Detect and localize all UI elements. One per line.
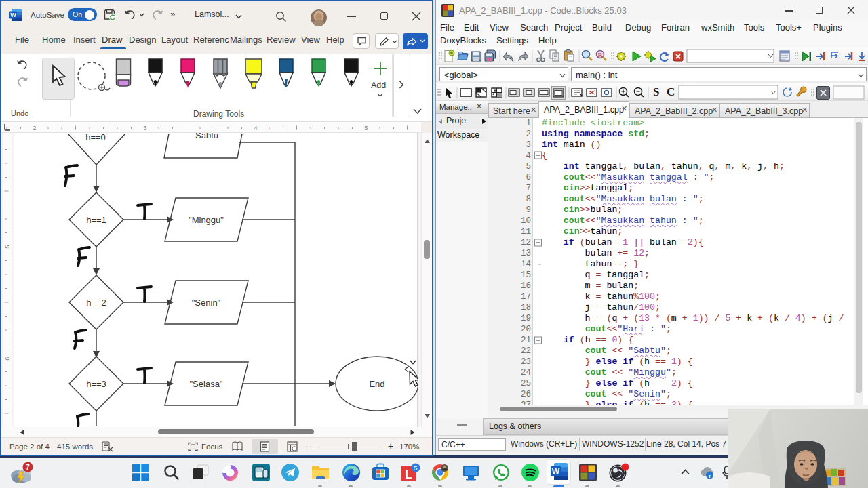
svg-text:5: 5 <box>3 245 11 248</box>
svg-text:h==0: h==0 <box>85 133 106 142</box>
svg-text:h==3: h==3 <box>86 379 106 389</box>
svg-text:4: 4 <box>254 124 257 131</box>
svg-text:Sabtu: Sabtu <box>195 133 218 140</box>
svg-text:End: End <box>369 379 384 389</box>
svg-text:5: 5 <box>414 464 417 472</box>
svg-text:"Selasa": "Selasa" <box>190 379 223 389</box>
svg-text:R: R <box>598 52 603 58</box>
svg-text:L: L <box>405 468 412 481</box>
svg-text:5: 5 <box>364 124 368 131</box>
svg-text:7: 7 <box>26 463 30 471</box>
svg-text:h==1: h==1 <box>86 215 106 225</box>
svg-text:6: 6 <box>3 357 11 360</box>
svg-text:C: C <box>667 85 675 98</box>
svg-text:S: S <box>653 85 659 98</box>
svg-text:h==2: h==2 <box>86 298 106 308</box>
svg-text:"Senin": "Senin" <box>192 298 221 308</box>
svg-text:3: 3 <box>143 124 146 131</box>
svg-text:2: 2 <box>33 124 36 131</box>
svg-text:W: W <box>10 12 16 18</box>
svg-text:"Minggu": "Minggu" <box>189 215 224 225</box>
svg-text:W: W <box>552 467 560 476</box>
